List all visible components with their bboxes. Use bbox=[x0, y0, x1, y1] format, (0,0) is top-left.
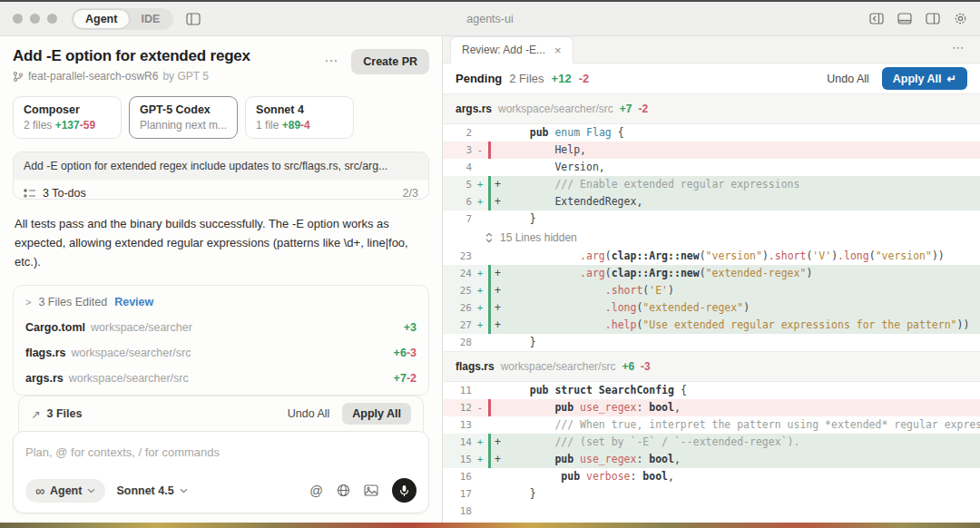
undo-all-button[interactable]: Undo All bbox=[288, 407, 330, 420]
code-text: ExtendedRegex, bbox=[505, 193, 980, 210]
review-apply-all-button[interactable]: Apply All ↵ bbox=[882, 67, 967, 90]
branch-name[interactable]: feat-parallel-search-oswR6 bbox=[28, 70, 158, 83]
web-globe-icon[interactable] bbox=[337, 484, 350, 497]
file-row[interactable]: args.rsworkspace/searcher/src+7-2 bbox=[14, 366, 428, 391]
more-menu-icon[interactable]: ⋯ bbox=[324, 53, 338, 69]
file-stats: +3 bbox=[404, 321, 416, 334]
file-removed-count: -3 bbox=[407, 347, 416, 359]
inline-marker: + bbox=[491, 176, 505, 193]
window-controls[interactable] bbox=[13, 14, 57, 24]
apply-all-button[interactable]: Apply All bbox=[342, 403, 411, 425]
diff-line-content: + /// Enable extended regular expression… bbox=[488, 176, 980, 193]
toggle-ide[interactable]: IDE bbox=[129, 10, 172, 28]
hidden-lines-row[interactable]: 15 Lines hidden bbox=[443, 228, 980, 248]
right-panel-icon[interactable] bbox=[926, 13, 940, 24]
agent-card[interactable]: Sonnet 41 file +89-4 bbox=[245, 96, 354, 139]
code-token: /// When true, interpret the pattern usi… bbox=[505, 418, 980, 431]
file-row[interactable]: Cargo.tomlworkspace/searcher+3 bbox=[14, 315, 428, 340]
toggle-agent[interactable]: Agent bbox=[74, 10, 129, 28]
code-text: } bbox=[505, 210, 980, 228]
files-edited-header[interactable]: > 3 Files Edited Review bbox=[14, 288, 428, 315]
code-token bbox=[505, 470, 561, 483]
tabbar-more-icon[interactable]: ⋯ bbox=[952, 40, 965, 54]
diff-line-content: Help, bbox=[488, 142, 980, 159]
file-row[interactable]: flags.rsworkspace/searcher/src+6-3 bbox=[14, 340, 428, 366]
code-token: Help, bbox=[505, 143, 586, 156]
code-text: Help, bbox=[505, 142, 980, 159]
agent-card-name: Composer bbox=[24, 103, 111, 116]
code-token: } bbox=[505, 487, 536, 500]
diff-line-content: pub use_regex: bool, bbox=[488, 399, 980, 416]
create-pr-button[interactable]: Create PR bbox=[351, 49, 429, 74]
diff-line-content: pub struct SearchConfig { bbox=[488, 382, 980, 399]
composer-icons: @ bbox=[309, 478, 416, 503]
change-marker bbox=[472, 210, 488, 228]
task-box[interactable]: Add -E option for extended regex include… bbox=[13, 152, 429, 200]
diff-line: 6++ ExtendedRegex, bbox=[443, 193, 980, 210]
change-marker: + bbox=[472, 176, 488, 193]
todo-count: 3 To-dos bbox=[43, 187, 86, 200]
pending-removed-count: -2 bbox=[579, 72, 590, 85]
mention-icon[interactable]: @ bbox=[309, 484, 323, 498]
line-number: 17 bbox=[443, 485, 472, 503]
voice-mic-button[interactable] bbox=[392, 478, 416, 503]
agent-card[interactable]: Composer2 files +137-59 bbox=[13, 96, 122, 139]
code-token: verbose bbox=[586, 470, 630, 483]
files-count[interactable]: 3 Files bbox=[46, 407, 82, 420]
todo-row[interactable]: 3 To-dos 2/3 bbox=[14, 180, 428, 200]
code-token: ExtendedRegex, bbox=[505, 195, 642, 208]
files-edited-label: 3 Files Edited bbox=[38, 296, 107, 308]
diff-gutter: 17 bbox=[443, 485, 488, 503]
code-token: enum bbox=[554, 126, 586, 139]
diff-removed-count: -2 bbox=[638, 103, 648, 115]
diff-line-content: + .arg(clap::Arg::new("extended-regex") bbox=[488, 265, 980, 282]
agent-message: All tests pass and the binary builds suc… bbox=[15, 214, 426, 271]
change-marker: + bbox=[472, 434, 488, 451]
code-token: : bbox=[630, 470, 642, 483]
diff-file-header[interactable]: args.rsworkspace/searcher/src+7-2 bbox=[443, 94, 980, 124]
close-tab-icon[interactable]: × bbox=[554, 44, 562, 57]
agent-mode-select[interactable]: ∞ Agent bbox=[25, 479, 105, 503]
line-number: 7 bbox=[443, 210, 472, 228]
task-text: Add -E option for extended regex include… bbox=[14, 152, 428, 180]
code-text: /// When true, interpret the pattern usi… bbox=[505, 416, 980, 434]
agent-card[interactable]: GPT-5 CodexPlanning next m... bbox=[129, 96, 238, 139]
review-tabbar: Review: Add -E... × ⋯ bbox=[443, 36, 980, 64]
line-number: 5 bbox=[443, 176, 472, 193]
change-marker: + bbox=[472, 317, 488, 334]
diff-file-header[interactable]: flags.rsworkspace/searcher/src+6-3 bbox=[443, 351, 980, 382]
line-number: 26 bbox=[443, 299, 472, 317]
line-number: 18 bbox=[443, 503, 472, 520]
collapse-left-panel-icon[interactable] bbox=[869, 13, 884, 24]
inline-marker bbox=[491, 416, 505, 434]
bottom-panel-icon[interactable] bbox=[897, 13, 912, 24]
agent-header: Add -E option for extended regex feat-pa… bbox=[13, 47, 429, 83]
settings-gear-icon[interactable] bbox=[954, 12, 967, 25]
code-token bbox=[505, 401, 554, 414]
apply-all-label: Apply All bbox=[893, 73, 942, 85]
titlebar-actions bbox=[869, 12, 967, 25]
diff-gutter: 24+ bbox=[443, 265, 488, 282]
inline-marker bbox=[491, 468, 505, 485]
image-attach-icon[interactable] bbox=[364, 484, 378, 496]
code-token bbox=[505, 453, 554, 465]
diff-gutter: 26+ bbox=[443, 299, 488, 317]
code-token: ) bbox=[668, 284, 674, 297]
review-link[interactable]: Review bbox=[114, 296, 153, 308]
review-undo-all-button[interactable]: Undo All bbox=[827, 73, 869, 85]
inline-marker bbox=[491, 142, 505, 159]
inline-marker: + bbox=[491, 434, 505, 451]
model-select[interactable]: Sonnet 4.5 bbox=[116, 484, 187, 497]
layout-panel-icon[interactable] bbox=[186, 13, 201, 25]
code-token: .arg bbox=[580, 249, 605, 262]
diff-line: 3- Help, bbox=[443, 142, 980, 159]
expand-lines-icon bbox=[485, 232, 494, 243]
review-tab[interactable]: Review: Add -E... × bbox=[450, 36, 573, 64]
diff-gutter: 7 bbox=[443, 210, 488, 228]
diff-gutter: 12- bbox=[443, 399, 488, 416]
apply-files-bar: ↗ 3 Files Undo All Apply All bbox=[18, 396, 424, 433]
review-panel: Review: Add -E... × ⋯ Pending 2 Files +1… bbox=[443, 36, 980, 523]
code-token: pub bbox=[554, 453, 580, 465]
code-token: bool bbox=[649, 453, 674, 465]
chat-input[interactable] bbox=[25, 445, 416, 459]
